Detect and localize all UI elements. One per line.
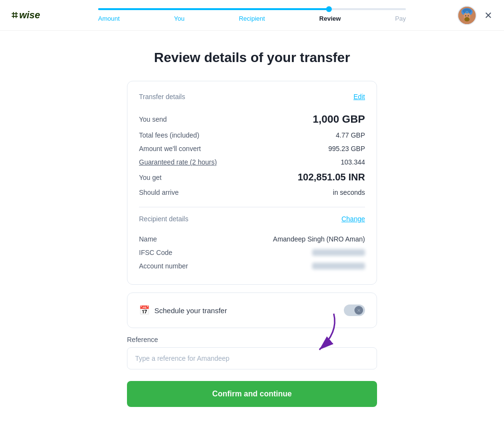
header-right: ✕ — [457, 6, 492, 25]
rate-value: 103.344 — [340, 158, 365, 166]
edit-button[interactable]: Edit — [353, 93, 365, 101]
you-get-label: You get — [139, 174, 162, 181]
arrival-label: Should arrive — [139, 189, 179, 196]
fees-label: Total fees (included) — [139, 131, 199, 139]
you-send-label: You send — [139, 115, 167, 123]
logo-text: wise — [19, 10, 40, 21]
reference-section: Reference — [127, 336, 377, 369]
you-get-row: You get 102,851.05 INR — [139, 169, 365, 186]
account-value — [312, 263, 365, 269]
rate-label[interactable]: Guaranteed rate (2 hours) — [139, 158, 217, 166]
svg-point-5 — [465, 15, 466, 16]
transfer-details-card: Transfer details Edit You send 1,000 GBP… — [127, 81, 377, 285]
confirm-button[interactable]: Confirm and continue — [127, 381, 377, 407]
ifsc-value — [312, 249, 365, 256]
you-get-value: 102,851.05 INR — [298, 172, 365, 183]
schedule-label: Schedule your transfer — [154, 306, 227, 315]
progress-fill — [98, 8, 329, 10]
step-you[interactable]: You — [174, 15, 185, 22]
rate-row: Guaranteed rate (2 hours) 103.344 — [139, 155, 365, 169]
fees-value: 4.77 GBP — [336, 131, 365, 139]
toggle-x-icon: ✕ — [357, 308, 361, 313]
progress-bar — [98, 8, 406, 10]
arrival-value: in seconds — [333, 189, 365, 196]
ifsc-row: IFSC Code — [139, 246, 365, 259]
ifsc-label: IFSC Code — [139, 249, 172, 256]
card-divider — [139, 207, 365, 207]
calendar-icon: 📅 — [139, 305, 150, 316]
you-send-row: You send 1,000 GBP — [139, 110, 365, 128]
step-recipient[interactable]: Recipient — [239, 15, 265, 22]
svg-point-6 — [468, 15, 469, 16]
step-pay: Pay — [395, 15, 406, 22]
header: ⌗ wise Amount You Recipient Review Pay — [0, 0, 504, 31]
toggle-knob: ✕ — [354, 306, 363, 315]
close-button[interactable]: ✕ — [484, 10, 492, 21]
schedule-left: 📅 Schedule your transfer — [139, 305, 227, 316]
progress-dot — [326, 6, 332, 12]
step-review[interactable]: Review — [319, 15, 341, 22]
progress-steps: Amount You Recipient Review Pay — [98, 15, 406, 22]
page-title: Review details of your transfer — [127, 50, 377, 65]
purple-arrow — [300, 309, 348, 357]
convert-row: Amount we'll convert 995.23 GBP — [139, 142, 365, 155]
you-send-value: 1,000 GBP — [313, 113, 365, 126]
transfer-section-header: Transfer details Edit — [139, 93, 365, 101]
main-content: Review details of your transfer Transfer… — [117, 31, 387, 436]
name-row: Name Amandeep Singh (NRO Aman) — [139, 232, 365, 246]
fees-row: Total fees (included) 4.77 GBP — [139, 128, 365, 142]
convert-value: 995.23 GBP — [328, 145, 365, 152]
convert-label: Amount we'll convert — [139, 145, 201, 152]
avatar[interactable] — [457, 6, 477, 25]
recipient-section-title: Recipient details — [139, 215, 189, 223]
arrow-container — [127, 347, 377, 369]
change-button[interactable]: Change — [341, 215, 365, 223]
name-value: Amandeep Singh (NRO Aman) — [273, 235, 365, 243]
account-label: Account number — [139, 262, 188, 270]
logo-icon: ⌗ — [12, 9, 17, 22]
progress-nav: Amount You Recipient Review Pay — [98, 8, 406, 22]
step-amount[interactable]: Amount — [98, 15, 120, 22]
avatar-image — [458, 7, 476, 24]
arrival-row: Should arrive in seconds — [139, 186, 365, 199]
svg-point-8 — [466, 12, 468, 13]
account-row: Account number — [139, 259, 365, 273]
wise-logo: ⌗ wise — [12, 9, 40, 22]
recipient-section-header: Recipient details Change — [139, 215, 365, 223]
name-label: Name — [139, 235, 157, 243]
svg-point-4 — [465, 17, 470, 21]
transfer-section-title: Transfer details — [139, 93, 185, 101]
